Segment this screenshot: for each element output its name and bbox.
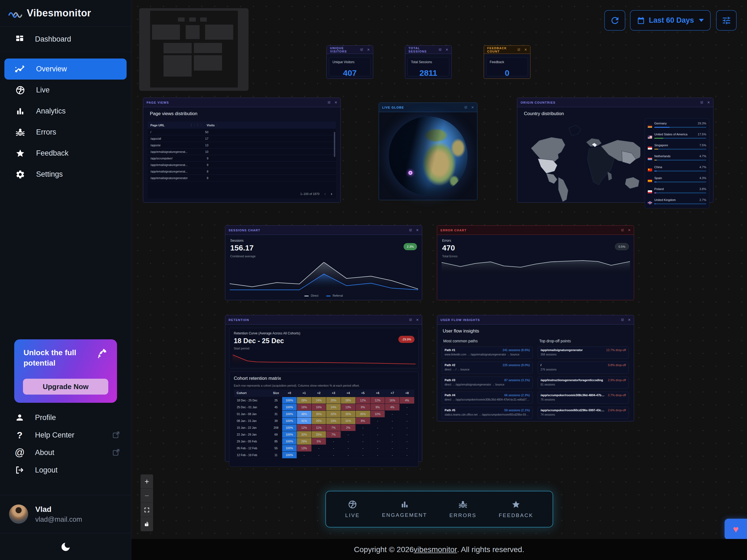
dropoff-card[interactable]: /app/instructionsgeneratorforagenticcodi… — [538, 377, 629, 389]
path-card[interactable]: Path #2 225 sessions (8.0%) direct → / →… — [442, 361, 533, 374]
table-row[interactable]: /app/emailsignaturegenerat... 10 — [148, 149, 336, 155]
live-globe-3d[interactable] — [389, 117, 468, 195]
quick-nav-errors[interactable]: ERRORS — [449, 500, 476, 518]
widget-close-icon[interactable]: × — [628, 318, 630, 322]
sidebar-item-analytics[interactable]: Analytics — [4, 101, 127, 122]
widget-close-icon[interactable]: × — [707, 100, 710, 105]
widget-settings-icon[interactable] — [517, 48, 521, 51]
quick-nav-live[interactable]: LIVE — [345, 500, 360, 518]
widget-origin-countries[interactable]: ORIGIN COUNTRIES × Country distribution — [517, 98, 713, 203]
table-scrollbar[interactable] — [334, 132, 335, 157]
dropoff-card[interactable]: / 9.8% drop-off 276 sessions — [538, 361, 629, 374]
widget-unique-visitors[interactable]: UNIQUE VISITORS × Unique Visitors 407 — [327, 45, 373, 79]
widget-close-icon[interactable]: × — [524, 48, 527, 52]
path-card[interactable]: Path #1 241 sessions (8.6%) www.linkedin… — [442, 347, 533, 359]
page-views-table[interactable]: Page URL ⋮ ⋮ Visits / 50 /apps/all 17 /a… — [148, 121, 336, 199]
widget-header[interactable]: ORIGIN COUNTRIES × — [517, 98, 713, 107]
sidebar-item-dashboard[interactable]: Dashboard — [0, 27, 131, 52]
widget-header[interactable]: USER FLOW INSIGHTS × — [437, 315, 634, 325]
widget-settings-icon[interactable] — [360, 48, 363, 51]
column-menu-icon[interactable]: ⋮ — [195, 123, 201, 127]
sidebar-item-errors[interactable]: Errors — [4, 122, 127, 143]
sidebar-item-logout[interactable]: Logout — [0, 461, 131, 479]
widget-header[interactable]: UNIQUE VISITORS × — [327, 46, 373, 54]
widget-live-globe[interactable]: LIVE GLOBE × — [379, 103, 478, 200]
table-row[interactable]: /apps/ai 13 — [148, 142, 336, 149]
widget-close-icon[interactable]: × — [628, 228, 630, 232]
sidebar-item-help-center[interactable]: ? Help Center — [0, 426, 131, 444]
footer-link[interactable]: vibesmonitor — [414, 545, 457, 554]
path-card[interactable]: Path #3 87 sessions (3.1%) direct → /app… — [442, 377, 533, 389]
column-header-visits[interactable]: Visits — [201, 124, 217, 127]
dropoff-card[interactable]: /app/scrumpoker/room/e308c36d-4804-47b4-… — [538, 391, 629, 404]
table-row[interactable]: /app/emailsignaturegenerator 8 — [148, 175, 336, 181]
widget-header[interactable]: ERROR CHART × — [437, 226, 634, 235]
dropoff-card[interactable]: /app/emailsignaturegenerator 12.7% drop-… — [538, 347, 629, 359]
page-next-icon[interactable]: › — [331, 192, 332, 196]
widget-header[interactable]: TOTAL SESSIONS × — [405, 46, 452, 54]
table-row[interactable]: /app/emailsignaturegenerat... 8 — [148, 168, 336, 175]
widget-close-icon[interactable]: × — [416, 318, 419, 322]
lock-button[interactable] — [140, 517, 153, 531]
widget-settings-icon[interactable] — [464, 105, 468, 109]
sidebar-item-overview[interactable]: Overview — [4, 58, 127, 80]
country-row[interactable]: United Kingdom 2.7% — [647, 197, 706, 207]
column-menu-icon[interactable]: ⋮ — [188, 123, 195, 127]
country-row[interactable]: Netherlands 4.7% — [647, 153, 706, 164]
sidebar-item-live[interactable]: Live — [4, 80, 127, 101]
widget-header[interactable]: PAGE VIEWS × — [143, 98, 340, 107]
widget-close-icon[interactable]: × — [367, 48, 370, 52]
widget-header[interactable]: SESSIONS CHART × — [225, 226, 422, 235]
table-row[interactable]: /app/emailsignaturegenerat... 9 — [148, 161, 336, 168]
country-row[interactable]: Poland 3.8% — [647, 186, 706, 197]
dark-mode-toggle[interactable] — [0, 533, 131, 560]
zoom-out-button[interactable]: − — [140, 489, 153, 503]
sidebar-item-about[interactable]: @ About — [0, 444, 131, 461]
widget-user-flow[interactable]: USER FLOW INSIGHTS × User flow insights … — [437, 315, 634, 422]
country-row[interactable]: Spain 4.3% — [647, 175, 706, 186]
country-row[interactable]: China 4.7% — [647, 164, 706, 175]
table-row[interactable]: / 50 — [148, 129, 336, 135]
widget-close-icon[interactable]: × — [416, 228, 419, 232]
widget-settings-icon[interactable] — [621, 228, 624, 232]
widget-settings-icon[interactable] — [327, 101, 331, 104]
dropoff-card[interactable]: /app/scrumpoker/room/60cd296e-5997-43c9-… — [538, 407, 629, 419]
path-card[interactable]: Path #5 59 sessions (2.1%) statics.teams… — [442, 407, 533, 419]
widget-feedback-count[interactable]: FEEDBACK COUNT × Feedback 0 — [484, 45, 531, 79]
widget-close-icon[interactable]: × — [471, 105, 474, 110]
widget-error-chart[interactable]: ERROR CHART × Errors 470 Total Errors 0.… — [437, 225, 634, 300]
widget-close-icon[interactable]: × — [446, 48, 448, 52]
widget-settings-icon[interactable] — [438, 48, 442, 51]
widget-settings-icon[interactable] — [700, 101, 703, 104]
user-profile-row[interactable]: Vlad vlad@mail.com — [0, 495, 131, 533]
widget-sessions-chart[interactable]: SESSIONS CHART × Sessions 156.17 Combine… — [225, 225, 422, 300]
sidebar-item-feedback[interactable]: Feedback — [4, 143, 127, 164]
widget-settings-icon[interactable] — [409, 228, 412, 232]
country-row[interactable]: United States of America 17.5% — [647, 131, 706, 142]
path-card[interactable]: Path #4 66 sessions (2.3%) direct → /app… — [442, 391, 533, 404]
zoom-in-button[interactable]: + — [140, 475, 153, 489]
feedback-heart-button[interactable]: ♥ — [725, 519, 747, 539]
country-row[interactable]: Singapore 7.5% — [647, 142, 706, 153]
sidebar-item-settings[interactable]: Settings — [4, 164, 127, 185]
refresh-button[interactable] — [604, 10, 625, 31]
canvas-minimap[interactable] — [139, 8, 249, 91]
date-range-button[interactable]: Last 60 Days — [630, 10, 711, 31]
quick-nav-engagement[interactable]: ENGAGEMENT — [382, 500, 427, 518]
table-row[interactable]: /app/scrumpoker/ 9 — [148, 155, 336, 161]
upgrade-now-button[interactable]: Upgrade Now — [23, 379, 108, 394]
canvas-settings-button[interactable] — [716, 10, 737, 31]
widget-settings-icon[interactable] — [409, 318, 412, 322]
country-row[interactable]: Germany 29.3% — [647, 120, 706, 131]
page-prev-icon[interactable]: ‹ — [324, 192, 326, 196]
widget-total-sessions[interactable]: TOTAL SESSIONS × Total Sessions 2811 — [405, 45, 452, 79]
dashboard-canvas[interactable]: Last 60 Days UNIQUE VISITORS × Unique Vi… — [131, 0, 747, 539]
widget-header[interactable]: RETENTION × — [225, 315, 422, 325]
widget-settings-icon[interactable] — [621, 318, 624, 322]
table-row[interactable]: /apps/all 17 — [148, 135, 336, 142]
fit-view-button[interactable] — [140, 503, 153, 517]
widget-header[interactable]: FEEDBACK COUNT × — [484, 46, 530, 54]
widget-header[interactable]: LIVE GLOBE × — [379, 103, 477, 112]
column-header-url[interactable]: Page URL — [148, 124, 188, 127]
widget-page-views[interactable]: PAGE VIEWS × Page views distribution Pag… — [143, 98, 341, 203]
